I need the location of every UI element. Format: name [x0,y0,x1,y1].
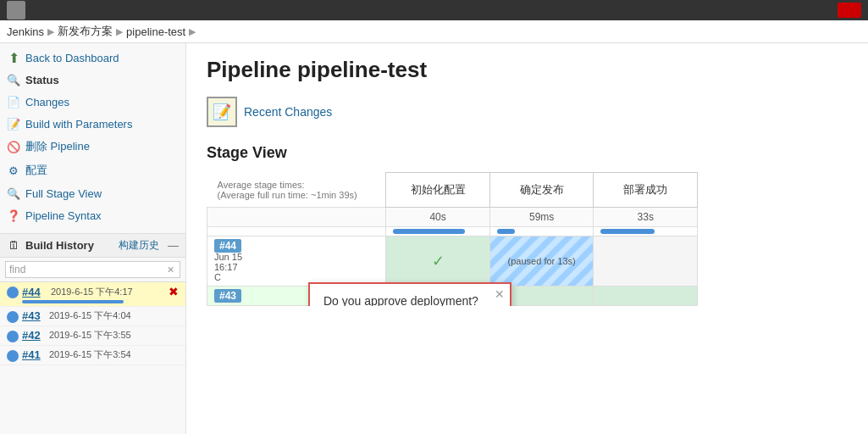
build-44-badge: #44 [214,239,241,253]
gear-icon: ⚙ [7,164,20,177]
breadcrumb-project[interactable]: 新发布方案 [58,24,113,39]
build-item-42: #42 2019-6-15 下午3:55 [0,326,185,346]
approval-dialog: ✕ Do you approve deployment? Proceed Abo… [308,282,511,306]
popup-overlay: ✕ Do you approve deployment? Proceed Abo… [308,282,511,306]
stage-view: Average stage times: (Average full run t… [207,172,848,306]
build-time-44: 2019-6-15 下午4:17 [51,286,163,298]
build-44-label: C [214,272,379,282]
delete-icon: 🚫 [7,140,20,153]
build-43-stage-2 [594,286,698,305]
build-time-43: 2019-6-15 下午4:04 [49,309,179,322]
sidebar-item-label[interactable]: 配置 [25,163,47,178]
sidebar-item-label[interactable]: Pipeline Syntax [25,209,102,222]
breadcrumb: Jenkins ▶ 新发布方案 ▶ pipeline-test ▶ [0,20,868,43]
sidebar-item-status[interactable]: 🔍 Status [0,69,185,91]
popup-close-icon[interactable]: ✕ [495,287,505,301]
sidebar-item-label[interactable]: Back to Dashboard [25,52,119,64]
sidebar-item-label[interactable]: 删除 Pipeline [25,139,90,154]
build-time-41: 2019-6-15 下午3:54 [49,348,179,361]
help-icon: ❓ [7,209,20,222]
build-search: ✕ [0,258,185,282]
build-search-input[interactable] [5,261,180,278]
build-search-clear[interactable]: ✕ [167,264,174,275]
sidebar: ⬆ Back to Dashboard 🔍 Status 📄 Changes 📝… [0,43,186,434]
recent-changes-link[interactable]: Recent Changes [244,105,332,119]
breadcrumb-jenkins[interactable]: Jenkins [7,25,44,38]
progress-1 [489,226,594,236]
calendar-icon: 🗓 [7,239,20,253]
build-44-date: Jun 15 [214,252,379,262]
stage-progress-row [207,226,698,236]
build-status-icon-43 [7,311,19,323]
sidebar-item-pipeline-syntax[interactable]: ❓ Pipeline Syntax [0,204,185,226]
search-icon: 🔍 [7,73,20,86]
sidebar-item-settings[interactable]: ⚙ 配置 [0,159,185,182]
stage-time-row: 40s 59ms 33s [207,207,698,226]
build-history-title: Build History [25,239,94,252]
sep1: ▶ [47,26,54,37]
build-43-badge: #43 [214,289,241,303]
avatar [7,1,25,19]
build-progress-44 [22,300,124,303]
progress-2 [594,226,698,236]
stage-col-部署成功: 部署成功 [594,173,698,208]
stage-time-0: 40s [386,207,490,226]
build-44-stage-0: ✓ [386,236,490,286]
stage-time-2: 33s [594,207,698,226]
build-history-panel: 🗓 Build History 构建历史 — ✕ #44 2019-6-15 下… [0,233,185,365]
progress-label [207,226,386,236]
sidebar-item-label: Status [25,74,59,86]
stage-col-确定发布: 确定发布 [489,173,594,208]
sidebar-item-changes[interactable]: 📄 Changes [0,91,185,113]
build-num-41[interactable]: #41 [22,348,46,361]
edit-icon: 📝 [7,117,20,131]
build-num-43[interactable]: #43 [22,309,46,322]
build-num-44[interactable]: #44 [22,286,46,298]
document-icon: 📄 [7,95,20,108]
home-icon: ⬆ [7,51,20,64]
build-44-stage-2 [594,236,698,286]
popup-question: Do you approve deployment? [323,294,496,306]
stage-header-row: Average stage times: (Average full run t… [207,173,698,208]
sidebar-item-back-dashboard[interactable]: ⬆ Back to Dashboard [0,47,185,69]
avg-time-label [207,207,386,226]
stage-view-title: Stage View [207,144,848,162]
main-layout: ⬆ Back to Dashboard 🔍 Status 📄 Changes 📝… [0,43,868,434]
build-delete-44[interactable]: ✖ [169,285,179,298]
build-item-44: #44 2019-6-15 下午4:17 ✖ [0,282,185,307]
build-item-41: #41 2019-6-15 下午3:54 [0,346,185,365]
sidebar-item-delete-pipeline[interactable]: 🚫 删除 Pipeline [0,135,185,159]
top-bar [0,0,868,20]
sidebar-item-label[interactable]: Build with Parameters [25,118,132,131]
build-status-icon-44 [7,287,19,298]
recent-changes-icon: 📝 [207,97,237,127]
recent-changes: 📝 Recent Changes [207,97,848,127]
build-history-link[interactable]: 构建历史 [119,238,159,253]
build-44-info: #44 Jun 15 16:17 C [207,236,386,286]
sep2: ▶ [116,26,123,37]
progress-0 [386,226,490,236]
build-44-stage-1: (paused for 13s) [489,236,594,286]
main-content: Pipeline pipeline-test 📝 Recent Changes … [186,43,868,434]
sep3: ▶ [189,26,196,37]
stage-col-初始化配置: 初始化配置 [386,173,490,208]
build-num-42[interactable]: #42 [22,329,46,342]
stage-time-1: 59ms [489,207,594,226]
build-status-icon-42 [7,331,19,342]
sidebar-item-build-params[interactable]: 📝 Build with Parameters [0,113,185,135]
build-row-44: #44 Jun 15 16:17 C ✓ (paused for 13s) [207,236,698,286]
build-time-42: 2019-6-15 下午3:55 [49,329,179,342]
sidebar-item-full-stage-view[interactable]: 🔍 Full Stage View [0,182,185,204]
view-icon: 🔍 [7,186,20,200]
build-history-dash: — [168,239,179,252]
page-title: Pipeline pipeline-test [207,57,848,83]
avg-label-header: Average stage times: (Average full run t… [207,173,386,208]
build-status-icon-41 [7,350,19,362]
sidebar-item-label[interactable]: Changes [25,96,69,108]
build-item-43: #43 2019-6-15 下午4:04 [0,307,185,326]
breadcrumb-pipeline[interactable]: pipeline-test [126,25,185,38]
build-44-time: 16:17 [214,262,379,272]
sidebar-item-label[interactable]: Full Stage View [25,187,102,200]
top-bar-button[interactable] [838,3,861,18]
build-history-header: 🗓 Build History 构建历史 — [0,234,185,258]
